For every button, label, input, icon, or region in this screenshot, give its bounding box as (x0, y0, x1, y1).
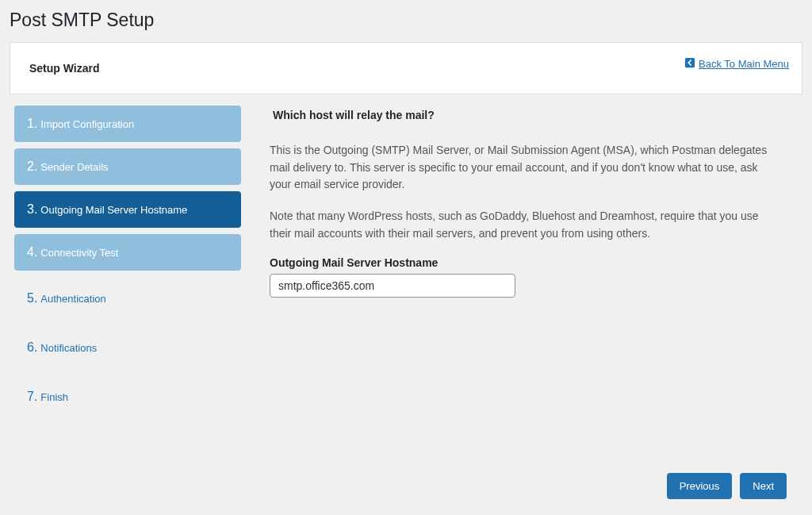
step-label: Outgoing Mail Server Hostname (40, 204, 187, 216)
back-link-label: Back To Main Menu (699, 58, 789, 70)
step-label: Authentication (40, 293, 105, 305)
step-import-configuration[interactable]: 1. Import Configuration (14, 106, 241, 142)
previous-button[interactable]: Previous (667, 473, 733, 499)
step-description-1: This is the Outgoing (SMTP) Mail Server,… (270, 142, 779, 194)
step-authentication[interactable]: 5. Authentication (14, 277, 241, 320)
arrow-left-icon (684, 57, 695, 71)
step-description-2: Note that many WordPress hosts, such as … (270, 208, 779, 242)
step-label: Notifications (40, 342, 97, 354)
step-finish[interactable]: 7. Finish (14, 375, 241, 418)
svg-rect-0 (685, 58, 695, 67)
step-connectivity-test[interactable]: 4. Connectivity Test (14, 234, 241, 271)
hostname-field-label: Outgoing Mail Server Hostname (270, 256, 779, 269)
step-label: Connectivity Test (40, 247, 118, 259)
step-number: 5. (27, 291, 37, 306)
step-number: 3. (27, 202, 37, 217)
back-to-main-menu-link[interactable]: Back To Main Menu (684, 57, 789, 71)
step-number: 4. (27, 245, 37, 259)
wizard-body: 1. Import Configuration 2. Sender Detail… (10, 106, 802, 425)
step-label: Import Configuration (40, 118, 134, 130)
step-question: Which host will relay the mail? (270, 109, 779, 121)
step-number: 6. (27, 340, 37, 355)
wizard-footer: Previous Next (667, 473, 787, 499)
setup-wizard-card: Setup Wizard Back To Main Menu (10, 42, 802, 94)
step-outgoing-mail-server-hostname[interactable]: 3. Outgoing Mail Server Hostname (14, 191, 241, 228)
step-number: 1. (27, 117, 37, 131)
wizard-steps: 1. Import Configuration 2. Sender Detail… (14, 106, 241, 425)
step-sender-details[interactable]: 2. Sender Details (14, 148, 241, 185)
next-button[interactable]: Next (740, 473, 787, 499)
step-number: 2. (27, 159, 37, 174)
page-title: Post SMTP Setup (10, 0, 802, 42)
step-notifications[interactable]: 6. Notifications (14, 326, 241, 369)
wizard-content: Which host will relay the mail? This is … (270, 106, 798, 425)
step-label: Finish (40, 391, 68, 403)
hostname-input[interactable] (270, 274, 515, 298)
step-label: Sender Details (40, 161, 108, 173)
step-number: 7. (27, 390, 37, 404)
card-title: Setup Wizard (28, 62, 784, 75)
